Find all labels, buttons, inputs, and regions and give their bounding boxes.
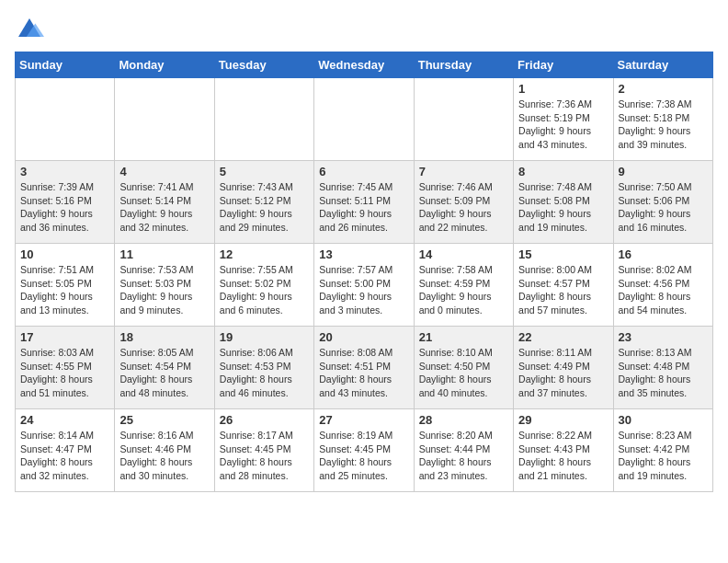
day-number: 26 — [220, 413, 309, 427]
day-info: Sunrise: 7:46 AM Sunset: 5:09 PM Dayligh… — [419, 180, 508, 235]
day-number: 21 — [419, 330, 508, 344]
calendar-cell: 27Sunrise: 8:19 AM Sunset: 4:45 PM Dayli… — [314, 409, 414, 492]
day-number: 8 — [518, 165, 608, 178]
day-info: Sunrise: 7:39 AM Sunset: 5:16 PM Dayligh… — [20, 180, 109, 235]
day-info: Sunrise: 8:11 AM Sunset: 4:49 PM Dayligh… — [518, 346, 608, 400]
day-info: Sunrise: 7:55 AM Sunset: 5:02 PM Dayligh… — [220, 263, 309, 317]
calendar-week-5: 24Sunrise: 8:14 AM Sunset: 4:47 PM Dayli… — [16, 409, 713, 492]
day-info: Sunrise: 7:41 AM Sunset: 5:14 PM Dayligh… — [119, 180, 209, 235]
day-number: 20 — [319, 330, 408, 344]
calendar-cell: 21Sunrise: 8:10 AM Sunset: 4:50 PM Dayli… — [414, 327, 513, 409]
calendar-cell: 12Sunrise: 7:55 AM Sunset: 5:02 PM Dayli… — [214, 244, 313, 327]
calendar-cell: 3Sunrise: 7:39 AM Sunset: 5:16 PM Daylig… — [16, 161, 115, 244]
calendar-cell: 14Sunrise: 7:58 AM Sunset: 4:59 PM Dayli… — [414, 244, 513, 327]
day-info: Sunrise: 8:08 AM Sunset: 4:51 PM Dayligh… — [319, 346, 408, 400]
day-info: Sunrise: 7:58 AM Sunset: 4:59 PM Dayligh… — [419, 263, 508, 317]
calendar-week-2: 3Sunrise: 7:39 AM Sunset: 5:16 PM Daylig… — [16, 161, 713, 244]
col-header-saturday: Saturday — [613, 52, 712, 78]
day-info: Sunrise: 8:05 AM Sunset: 4:54 PM Dayligh… — [119, 346, 209, 400]
calendar-cell: 7Sunrise: 7:46 AM Sunset: 5:09 PM Daylig… — [414, 161, 513, 244]
day-number: 22 — [518, 330, 608, 344]
day-info: Sunrise: 8:14 AM Sunset: 4:47 PM Dayligh… — [20, 429, 109, 483]
col-header-thursday: Thursday — [414, 52, 513, 78]
day-info: Sunrise: 8:10 AM Sunset: 4:50 PM Dayligh… — [419, 346, 508, 400]
calendar-table: SundayMondayTuesdayWednesdayThursdayFrid… — [15, 52, 713, 492]
day-info: Sunrise: 8:19 AM Sunset: 4:45 PM Dayligh… — [319, 429, 408, 483]
page-header — [15, 15, 713, 44]
calendar-cell — [16, 78, 115, 161]
day-number: 6 — [319, 165, 408, 178]
day-info: Sunrise: 7:38 AM Sunset: 5:18 PM Dayligh… — [619, 98, 708, 152]
calendar-cell: 26Sunrise: 8:17 AM Sunset: 4:45 PM Dayli… — [214, 409, 313, 492]
calendar-cell: 8Sunrise: 7:48 AM Sunset: 5:08 PM Daylig… — [514, 161, 613, 244]
day-info: Sunrise: 7:45 AM Sunset: 5:11 PM Dayligh… — [319, 180, 408, 235]
day-number: 7 — [419, 165, 508, 178]
calendar-cell: 6Sunrise: 7:45 AM Sunset: 5:11 PM Daylig… — [314, 161, 414, 244]
calendar-header-row: SundayMondayTuesdayWednesdayThursdayFrid… — [16, 52, 713, 78]
col-header-monday: Monday — [115, 52, 214, 78]
calendar-cell: 28Sunrise: 8:20 AM Sunset: 4:44 PM Dayli… — [414, 409, 513, 492]
day-info: Sunrise: 8:02 AM Sunset: 4:56 PM Dayligh… — [619, 263, 708, 317]
day-info: Sunrise: 8:17 AM Sunset: 4:45 PM Dayligh… — [220, 429, 309, 483]
calendar-cell: 29Sunrise: 8:22 AM Sunset: 4:43 PM Dayli… — [514, 409, 613, 492]
day-number: 24 — [20, 413, 109, 427]
calendar-cell: 10Sunrise: 7:51 AM Sunset: 5:05 PM Dayli… — [16, 244, 115, 327]
day-info: Sunrise: 7:48 AM Sunset: 5:08 PM Dayligh… — [518, 180, 608, 235]
calendar-cell: 20Sunrise: 8:08 AM Sunset: 4:51 PM Dayli… — [314, 327, 414, 409]
day-number: 9 — [619, 165, 708, 178]
day-number: 12 — [220, 247, 309, 261]
day-info: Sunrise: 8:13 AM Sunset: 4:48 PM Dayligh… — [619, 346, 708, 400]
calendar-cell: 19Sunrise: 8:06 AM Sunset: 4:53 PM Dayli… — [214, 327, 313, 409]
calendar-cell: 16Sunrise: 8:02 AM Sunset: 4:56 PM Dayli… — [613, 244, 712, 327]
calendar-cell — [115, 78, 214, 161]
calendar-cell: 4Sunrise: 7:41 AM Sunset: 5:14 PM Daylig… — [115, 161, 214, 244]
calendar-cell — [214, 78, 313, 161]
day-info: Sunrise: 7:53 AM Sunset: 5:03 PM Dayligh… — [119, 263, 209, 317]
calendar-cell — [314, 78, 414, 161]
day-number: 18 — [119, 330, 209, 344]
day-number: 30 — [619, 413, 708, 427]
day-number: 1 — [518, 82, 608, 96]
day-info: Sunrise: 7:43 AM Sunset: 5:12 PM Dayligh… — [220, 180, 309, 235]
calendar-cell: 23Sunrise: 8:13 AM Sunset: 4:48 PM Dayli… — [613, 327, 712, 409]
day-info: Sunrise: 8:03 AM Sunset: 4:55 PM Dayligh… — [20, 346, 109, 400]
day-number: 17 — [20, 330, 109, 344]
calendar-cell: 11Sunrise: 7:53 AM Sunset: 5:03 PM Dayli… — [115, 244, 214, 327]
logo — [15, 15, 48, 44]
day-info: Sunrise: 8:23 AM Sunset: 4:42 PM Dayligh… — [619, 429, 708, 483]
day-number: 3 — [20, 165, 109, 178]
col-header-friday: Friday — [514, 52, 613, 78]
calendar-cell: 1Sunrise: 7:36 AM Sunset: 5:19 PM Daylig… — [514, 78, 613, 161]
calendar-cell: 18Sunrise: 8:05 AM Sunset: 4:54 PM Dayli… — [115, 327, 214, 409]
day-number: 16 — [619, 247, 708, 261]
calendar-cell: 30Sunrise: 8:23 AM Sunset: 4:42 PM Dayli… — [613, 409, 712, 492]
day-number: 28 — [419, 413, 508, 427]
day-info: Sunrise: 8:22 AM Sunset: 4:43 PM Dayligh… — [518, 429, 608, 483]
day-info: Sunrise: 8:16 AM Sunset: 4:46 PM Dayligh… — [119, 429, 209, 483]
day-number: 13 — [319, 247, 408, 261]
col-header-tuesday: Tuesday — [214, 52, 313, 78]
calendar-cell: 9Sunrise: 7:50 AM Sunset: 5:06 PM Daylig… — [613, 161, 712, 244]
col-header-wednesday: Wednesday — [314, 52, 414, 78]
day-number: 25 — [119, 413, 209, 427]
calendar-cell: 22Sunrise: 8:11 AM Sunset: 4:49 PM Dayli… — [514, 327, 613, 409]
day-number: 4 — [119, 165, 209, 178]
day-info: Sunrise: 8:00 AM Sunset: 4:57 PM Dayligh… — [518, 263, 608, 317]
day-number: 27 — [319, 413, 408, 427]
day-info: Sunrise: 7:51 AM Sunset: 5:05 PM Dayligh… — [20, 263, 109, 317]
day-number: 2 — [619, 82, 708, 96]
day-number: 19 — [220, 330, 309, 344]
day-number: 29 — [518, 413, 608, 427]
day-number: 15 — [518, 247, 608, 261]
day-info: Sunrise: 8:20 AM Sunset: 4:44 PM Dayligh… — [419, 429, 508, 483]
calendar-cell: 5Sunrise: 7:43 AM Sunset: 5:12 PM Daylig… — [214, 161, 313, 244]
calendar-week-1: 1Sunrise: 7:36 AM Sunset: 5:19 PM Daylig… — [16, 78, 713, 161]
calendar-week-4: 17Sunrise: 8:03 AM Sunset: 4:55 PM Dayli… — [16, 327, 713, 409]
calendar-cell: 25Sunrise: 8:16 AM Sunset: 4:46 PM Dayli… — [115, 409, 214, 492]
day-number: 5 — [220, 165, 309, 178]
day-info: Sunrise: 7:50 AM Sunset: 5:06 PM Dayligh… — [619, 180, 708, 235]
calendar-cell: 17Sunrise: 8:03 AM Sunset: 4:55 PM Dayli… — [16, 327, 115, 409]
day-number: 23 — [619, 330, 708, 344]
day-number: 14 — [419, 247, 508, 261]
calendar-cell — [414, 78, 513, 161]
